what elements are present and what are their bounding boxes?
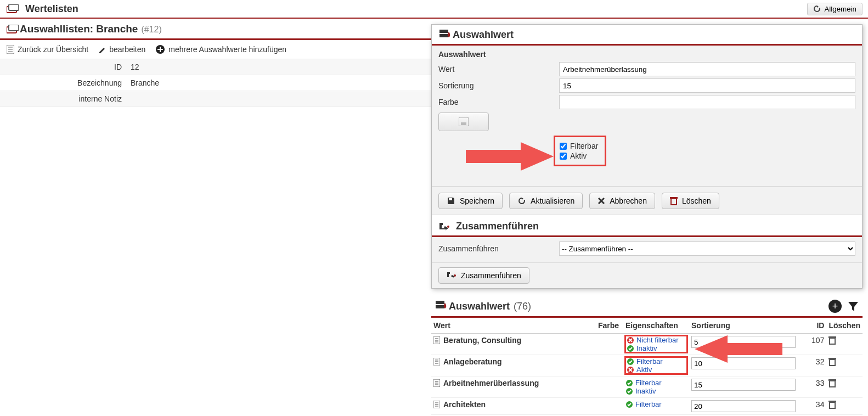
save-small-icon (459, 117, 469, 126)
edit-link[interactable]: bearbeiten (98, 45, 145, 54)
wert-input[interactable] (559, 62, 855, 76)
kv-value (126, 91, 431, 107)
delete-button[interactable]: Löschen (662, 193, 719, 209)
delete-row-button[interactable] (828, 380, 836, 389)
plus-circle-icon (155, 44, 165, 54)
svg-point-18 (447, 226, 449, 228)
kv-value: 12 (126, 59, 431, 75)
aktiv-checkbox-row[interactable]: Aktiv (560, 151, 598, 160)
popup-title: Auswahlwert (453, 29, 514, 41)
wert-cell[interactable]: Arbeitnehmerüberlassung (433, 379, 594, 387)
form-subtitle: Auswahlwert (438, 50, 855, 59)
id-cell: 32 (804, 355, 826, 376)
panel-title: Auswahllisten: Branche (20, 23, 138, 35)
farbe-input[interactable] (559, 95, 855, 109)
color-picker-button[interactable] (438, 113, 489, 131)
refresh-icon (813, 5, 821, 13)
doc-icon (433, 401, 440, 408)
doc-icon (433, 358, 440, 366)
svg-rect-15 (449, 198, 452, 200)
table-row[interactable]: Beratung, ConsultingNicht filterbarInakt… (431, 334, 863, 355)
auswahlwert-popup: Auswahlwert Auswahlwert Wert Sortierung … (431, 24, 863, 289)
svg-rect-29 (830, 338, 835, 344)
list-count: (76) (514, 301, 531, 312)
svg-marker-14 (521, 142, 554, 171)
table-row[interactable]: AnlageberatungFilterbarAktiv32 (431, 355, 863, 376)
doc-icon (433, 379, 440, 387)
col-sort[interactable]: Sortierung (689, 318, 804, 334)
id-cell: 33 (804, 376, 826, 398)
trash-icon (828, 357, 836, 366)
left-toolbar: Zurück zur Übersicht bearbeiten mehrere … (0, 40, 431, 59)
kv-key: ID (0, 59, 126, 75)
merge-label: Zusammenführen (438, 244, 559, 253)
delete-row-button[interactable] (828, 359, 836, 368)
wert-cell[interactable]: Architekten (433, 400, 594, 409)
sort-input[interactable] (559, 78, 855, 93)
merge-button[interactable]: Zusammenführen (438, 267, 529, 284)
refresh-button[interactable]: Aktualisieren (509, 193, 583, 209)
allgemein-button[interactable]: Allgemein (807, 3, 863, 15)
merge-title: Zusammenführen (456, 221, 539, 232)
svg-rect-38 (828, 358, 836, 359)
filter-icon[interactable] (847, 300, 859, 312)
property-badge: Inaktiv (625, 387, 687, 395)
col-farbe[interactable]: Farbe (596, 318, 623, 334)
svg-rect-45 (830, 381, 835, 387)
col-wert[interactable]: Wert (431, 318, 596, 334)
trash-icon (828, 400, 836, 409)
x-icon (598, 197, 605, 205)
delete-row-button[interactable] (828, 338, 836, 346)
list-header: Auswahlwert (76) + (431, 292, 863, 318)
sort-input[interactable] (691, 357, 796, 369)
col-eig[interactable]: Eigenschaften (623, 318, 689, 334)
wert-cell[interactable]: Beratung, Consulting (433, 336, 594, 345)
kv-row: BezeichnungBranche (0, 75, 431, 91)
sort-label: Sortierung (438, 81, 559, 90)
sort-input[interactable] (691, 400, 796, 412)
kv-key: Bezeichnung (0, 75, 126, 91)
delete-row-button[interactable] (828, 402, 836, 411)
property-badge: Filterbar (625, 400, 687, 408)
add-multi-link[interactable]: mehrere Auswahlwerte hinzufügen (155, 44, 286, 54)
table-row[interactable]: ArchitektenFilterbar34 (431, 398, 863, 415)
filterbar-checkbox[interactable] (560, 143, 567, 150)
farbe-label: Farbe (438, 98, 559, 106)
back-link[interactable]: Zurück zur Übersicht (7, 45, 88, 54)
right-column: Auswahlwert Auswahlwert Wert Sortierung … (431, 19, 868, 416)
annotation-highlight-box: Filterbar Aktiv (554, 136, 606, 166)
property-badge: Filterbar (625, 379, 687, 387)
col-del[interactable]: Löschen (826, 318, 863, 334)
save-button[interactable]: Speichern (438, 193, 503, 209)
svg-rect-9 (439, 30, 448, 33)
cancel-button[interactable]: Abbrechen (589, 193, 655, 209)
property-badge: Aktiv (627, 366, 686, 374)
list-icon (7, 45, 14, 54)
kv-row: ID12 (0, 59, 431, 75)
wert-cell[interactable]: Anlageberatung (433, 357, 594, 366)
sort-input[interactable] (691, 336, 796, 348)
svg-rect-10 (439, 34, 448, 37)
svg-rect-3 (9, 25, 19, 31)
droplet-stack-icon (438, 30, 453, 41)
merge-select[interactable]: -- Zusammenführen -- (559, 241, 855, 256)
id-cell: 107 (804, 334, 826, 355)
add-button[interactable]: + (828, 300, 842, 313)
droplet-stack-icon (435, 301, 449, 312)
svg-rect-52 (830, 402, 835, 408)
aktiv-checkbox[interactable] (560, 153, 567, 160)
sort-input[interactable] (691, 379, 796, 391)
svg-rect-37 (830, 359, 835, 366)
auswahlisten-header: Auswahllisten: Branche (#12) (0, 19, 431, 40)
list-title: Auswahlwert (449, 301, 510, 312)
top-bar: Wertelisten Allgemein (0, 0, 868, 19)
table-row[interactable]: ArbeitnehmerüberlassungFilterbarInaktiv3… (431, 376, 863, 398)
kv-key: interne Notiz (0, 91, 126, 107)
col-id[interactable]: ID (804, 318, 826, 334)
cards-icon (5, 25, 20, 33)
kv-value: Branche (126, 75, 431, 91)
property-badge: Inaktiv (627, 344, 686, 352)
filterbar-checkbox-row[interactable]: Filterbar (560, 142, 598, 150)
kv-row: interne Notiz (0, 91, 431, 107)
svg-rect-13 (466, 150, 521, 163)
